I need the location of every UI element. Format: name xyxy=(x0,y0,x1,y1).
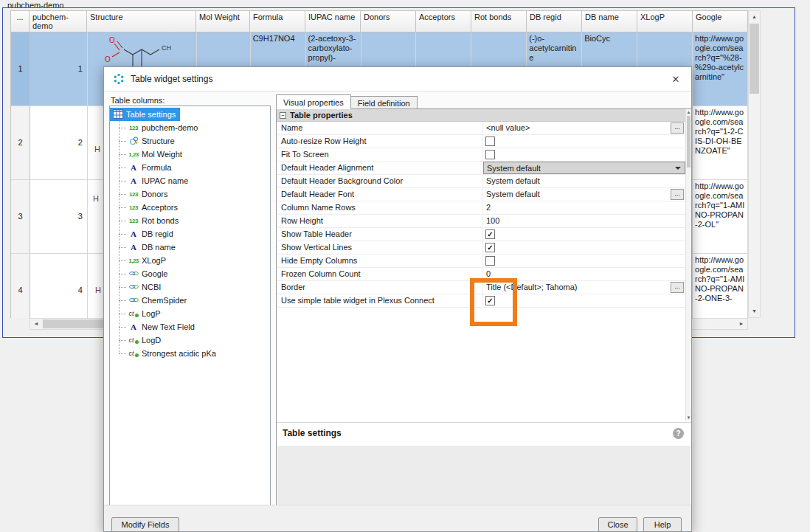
column-header-formula[interactable]: Formula xyxy=(250,10,305,32)
show-vertical-lines-checkbox[interactable] xyxy=(485,243,495,252)
tree-item-logd[interactable]: ct LogD xyxy=(110,334,270,347)
tree-item-formula[interactable]: A Formula xyxy=(110,161,270,174)
tree-item-mol-weight[interactable]: 1,23 Mol Weight xyxy=(110,148,270,161)
property-value[interactable]: System default xyxy=(483,175,685,187)
column-header-iupac-name[interactable]: IUPAC name xyxy=(305,10,361,32)
tree-item-ncbi[interactable]: NCBI xyxy=(110,280,270,294)
scroll-up-icon[interactable]: ▲ xyxy=(749,11,760,23)
column-header-row-selector[interactable]: ... xyxy=(10,10,30,32)
tree-item-google[interactable]: Google xyxy=(110,267,270,280)
close-button[interactable]: Close xyxy=(598,517,637,532)
scroll-up-icon[interactable]: ▲ xyxy=(686,110,691,114)
column-header-db-name[interactable]: DB name xyxy=(582,10,637,32)
scroll-down-icon[interactable]: ▼ xyxy=(686,415,691,420)
tree-item-pubchem-demo[interactable]: 123 pubchem-demo xyxy=(110,121,270,134)
column-header-rot-bonds[interactable]: Rot bonds xyxy=(471,10,527,32)
hide-empty-columns-checkbox[interactable] xyxy=(485,256,495,266)
column-header-acceptors[interactable]: Acceptors xyxy=(416,10,471,32)
scroll-down-icon[interactable]: ▼ xyxy=(749,305,760,317)
column-header-google[interactable]: Google xyxy=(693,10,748,32)
cell-google[interactable]: http://www.google.com/search?q="1-AMINO-… xyxy=(693,254,748,318)
property-value[interactable] xyxy=(483,135,685,148)
show-table-header-checkbox[interactable] xyxy=(485,229,495,239)
name-ellipsis-button[interactable]: ... xyxy=(671,122,684,134)
tree-item-db-name[interactable]: A DB name xyxy=(110,241,270,254)
tree-item-db-regid[interactable]: A DB regid xyxy=(110,227,270,241)
tree-item-strongest-acidic-pka[interactable]: ct Strongest acidic pKa xyxy=(110,347,270,360)
row-number-cell[interactable]: 4 xyxy=(11,254,30,318)
help-button[interactable]: Help xyxy=(643,517,682,532)
tree-item-acceptors[interactable]: 123 Acceptors xyxy=(110,201,270,214)
column-header-xlogp[interactable]: XLogP xyxy=(637,10,693,32)
property-row-fit-to-screen[interactable]: Fit To Screen xyxy=(277,148,685,162)
property-row-default-header-alignment[interactable]: Default Header Alignment System default xyxy=(277,162,685,175)
column-header-mol-weight[interactable]: Mol Weight xyxy=(196,10,250,32)
tree-item-xlogp[interactable]: 1,23 XLogP xyxy=(110,254,270,267)
tree-item-structure[interactable]: Structure xyxy=(110,134,270,148)
cell-pubchem-demo[interactable]: 3 xyxy=(30,180,88,254)
property-row-column-name-rows[interactable]: Column Name Rows 2 xyxy=(277,201,685,215)
cell-pubchem-demo[interactable]: 1 xyxy=(30,32,88,106)
property-value[interactable]: System default xyxy=(483,162,685,174)
column-header-pubchem-demo[interactable]: pubchem-demo xyxy=(30,10,87,32)
border-ellipsis-button[interactable]: ... xyxy=(671,282,684,293)
tab-field-definition[interactable]: Field definition xyxy=(351,96,418,109)
scrollbar-thumb[interactable] xyxy=(687,116,690,167)
tree-item-table-settings[interactable]: Table settings xyxy=(110,108,180,121)
auto-resize-row-height-checkbox[interactable] xyxy=(485,137,495,146)
property-value[interactable] xyxy=(483,255,685,267)
tree-item-donors[interactable]: 123 Donors xyxy=(110,187,270,201)
tree-item-logp[interactable]: ct LogP xyxy=(110,307,270,320)
dialog-title-bar[interactable]: Table widget settings ✕ xyxy=(104,67,691,91)
tree-item-iupac-name[interactable]: A IUPAC name xyxy=(110,174,270,187)
property-grid-scrollbar[interactable]: ▲ ▼ xyxy=(685,109,691,421)
scroll-left-icon[interactable]: ◄ xyxy=(30,319,42,329)
tree-item-chemspider[interactable]: ChemSpider xyxy=(110,294,270,307)
property-row-hide-empty-columns[interactable]: Hide Empty Columns xyxy=(277,255,685,268)
row-number-cell[interactable]: 3 xyxy=(11,180,30,254)
property-row-row-height[interactable]: Row Height 100 xyxy=(277,215,685,228)
tree-item-new-text-field[interactable]: A New Text Field xyxy=(110,320,270,334)
cell-pubchem-demo[interactable]: 4 xyxy=(30,254,88,318)
property-value[interactable]: <null value> ... xyxy=(483,122,685,134)
property-value[interactable]: 100 xyxy=(483,215,685,227)
property-row-default-header-background-color[interactable]: Default Header Background Color System d… xyxy=(277,175,685,188)
column-header-structure[interactable]: Structure xyxy=(87,10,196,32)
property-group-header[interactable]: − Table properties xyxy=(277,109,685,122)
property-row-default-header-font[interactable]: Default Header Font System default ... xyxy=(277,188,685,201)
header-alignment-dropdown[interactable]: System default xyxy=(483,162,685,174)
scroll-right-icon[interactable]: ► xyxy=(735,319,747,329)
collapse-icon[interactable]: − xyxy=(280,112,286,119)
tree-item-label: pubchem-demo xyxy=(142,123,198,132)
cell-google[interactable]: http://www.google.com/search?q="%28-%29o… xyxy=(693,32,748,106)
property-value[interactable]: System default ... xyxy=(483,188,685,201)
dialog-tabs: Visual properties Field definition xyxy=(276,94,418,109)
scrollbar-thumb[interactable] xyxy=(750,24,759,94)
vertical-scrollbar[interactable]: ▲ ▼ xyxy=(748,10,761,318)
property-value[interactable]: 2 xyxy=(483,201,685,214)
property-row-auto-resize-row-height[interactable]: Auto-resize Row Height xyxy=(277,135,685,148)
url-field-icon xyxy=(128,295,139,306)
property-row-show-table-header[interactable]: Show Table Header xyxy=(277,228,685,241)
tree-item-rot-bonds[interactable]: 123 Rot bonds xyxy=(110,214,270,227)
property-row-name[interactable]: Name <null value> ... xyxy=(277,122,685,135)
cell-pubchem-demo[interactable]: 2 xyxy=(30,106,88,180)
row-number-cell[interactable]: 1 xyxy=(11,32,30,106)
column-header-donors[interactable]: Donors xyxy=(361,10,416,32)
property-value[interactable] xyxy=(483,148,685,161)
cell-google[interactable]: http://www.google.com/search?q="1-AMINO-… xyxy=(693,180,748,254)
property-value[interactable] xyxy=(483,241,685,254)
row-number-cell[interactable]: 2 xyxy=(11,106,30,180)
property-value[interactable] xyxy=(483,228,685,241)
fit-to-screen-checkbox[interactable] xyxy=(485,150,495,159)
modify-fields-button[interactable]: Modify Fields xyxy=(111,517,179,532)
help-icon[interactable]: ? xyxy=(673,428,684,439)
property-row-show-vertical-lines[interactable]: Show Vertical Lines xyxy=(277,241,685,255)
tab-visual-properties[interactable]: Visual properties xyxy=(276,94,351,109)
column-header-db-regid[interactable]: DB regid xyxy=(527,10,582,32)
property-value-text: 100 xyxy=(486,216,499,225)
property-value-text: 2 xyxy=(486,203,491,212)
close-icon[interactable]: ✕ xyxy=(669,73,682,86)
cell-google[interactable]: http://www.google.com/search?q="1-2-CIS-… xyxy=(693,106,748,180)
font-ellipsis-button[interactable]: ... xyxy=(671,189,684,200)
